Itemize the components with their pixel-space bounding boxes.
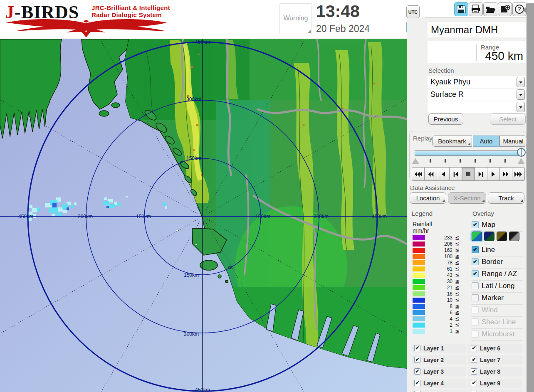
overlay-item-lati-long[interactable]: Lati / Long bbox=[471, 281, 523, 293]
checkbox[interactable]: ✔ bbox=[414, 357, 420, 363]
legend-color-swatch bbox=[413, 254, 425, 259]
legend-value: 21 bbox=[447, 285, 452, 291]
legend-color-swatch bbox=[413, 266, 425, 271]
save-icon bbox=[456, 4, 466, 14]
replay-end-marker[interactable] bbox=[518, 158, 524, 164]
lte-symbol: ≦ bbox=[455, 254, 459, 259]
play-button[interactable] bbox=[487, 167, 500, 181]
lte-symbol: ≦ bbox=[455, 235, 459, 241]
map-style-swatch-3[interactable] bbox=[497, 232, 507, 241]
printer-icon bbox=[471, 4, 481, 14]
map-style-swatch-2[interactable] bbox=[484, 232, 494, 241]
jbirds-logo: J-BIRDS JRC-Brilliant & Intelligent Rada… bbox=[3, 1, 178, 37]
lte-symbol: ≦ bbox=[455, 241, 459, 247]
layer-toggle-layer-1[interactable]: ✔Layer 1 bbox=[412, 344, 466, 353]
lte-symbol: ≦ bbox=[455, 291, 459, 297]
legend-row: 61≦ bbox=[413, 266, 459, 272]
checkbox[interactable]: ✔ bbox=[472, 258, 479, 265]
track-button[interactable]: Track bbox=[488, 192, 524, 204]
add-image-button[interactable] bbox=[498, 2, 512, 16]
overlay-item-line[interactable]: ✔Line bbox=[471, 244, 523, 256]
lte-symbol: ≦ bbox=[455, 247, 459, 253]
replay-slider-track[interactable] bbox=[415, 150, 522, 156]
collapsed-side-strip[interactable] bbox=[527, 3, 534, 392]
checkbox[interactable]: ✔ bbox=[471, 368, 477, 375]
lte-symbol: ≦ bbox=[455, 272, 459, 278]
chevron-down-icon[interactable] bbox=[517, 89, 525, 100]
layer-toggle-layer-4[interactable]: ✔Layer 4 bbox=[412, 379, 466, 388]
layer-toggle-layer-8[interactable]: ✔Layer 8 bbox=[468, 367, 522, 376]
checkbox[interactable]: ✔ bbox=[472, 270, 479, 277]
select-button[interactable]: Select bbox=[490, 113, 526, 125]
layer-toggle-layer-9[interactable]: ✔Layer 9 bbox=[468, 379, 522, 388]
legend-row: 78≦ bbox=[413, 260, 459, 266]
previous-button[interactable]: Previous bbox=[428, 113, 463, 125]
layer-label: Layer 4 bbox=[423, 380, 444, 387]
map-style-swatch-4[interactable] bbox=[509, 232, 519, 241]
radar-map[interactable]: 450km 300km 150km 150km 300km 450km 450k… bbox=[0, 39, 407, 392]
map-style-swatch-1[interactable] bbox=[472, 232, 482, 241]
layer-toggle-layer-2[interactable]: ✔Layer 2 bbox=[412, 355, 466, 365]
legend-row: 10≦ bbox=[413, 297, 459, 303]
overlay-item-range-az[interactable]: ✔Range / AZ bbox=[471, 269, 523, 281]
step-forward-button[interactable] bbox=[475, 167, 487, 181]
layer-toggle-layer-7[interactable]: ✔Layer 7 bbox=[468, 355, 522, 365]
replay-start-marker[interactable] bbox=[412, 158, 419, 164]
bookmark-button[interactable]: Bookmark bbox=[432, 136, 472, 147]
overlay-item-map[interactable]: ✔Map bbox=[471, 219, 523, 232]
play-backward-button[interactable] bbox=[437, 167, 450, 181]
legend-color-swatch bbox=[413, 310, 425, 315]
lte-symbol: ≦ bbox=[455, 266, 459, 272]
overlay-item-wind: Wind bbox=[471, 305, 523, 317]
data-assistance-label: Data Assistance bbox=[410, 184, 455, 191]
rewind-button[interactable] bbox=[425, 167, 437, 181]
chevron-down-icon[interactable] bbox=[517, 102, 525, 112]
station-dropdown[interactable]: Kyauk Phyu bbox=[428, 76, 526, 88]
checkbox[interactable]: ✔ bbox=[414, 345, 420, 351]
checkbox[interactable]: ✔ bbox=[414, 368, 420, 375]
extra-dropdown[interactable] bbox=[428, 101, 526, 113]
chevron-down-icon[interactable] bbox=[517, 77, 525, 87]
checkbox[interactable] bbox=[472, 294, 479, 301]
checkbox[interactable]: ✔ bbox=[471, 345, 477, 351]
xsection-button[interactable]: X-Section bbox=[448, 192, 486, 204]
location-button[interactable]: Location bbox=[410, 192, 446, 204]
utc-button[interactable]: UTC bbox=[406, 5, 420, 18]
range-box: Range 450 km bbox=[428, 41, 526, 63]
overlay-item-border[interactable]: ✔Border bbox=[471, 256, 523, 269]
skip-backward-fast-button[interactable] bbox=[412, 167, 425, 181]
overlay-item-label: Marker bbox=[482, 294, 504, 302]
legend-value: 233 bbox=[444, 235, 452, 241]
checkbox[interactable]: ✔ bbox=[472, 221, 479, 228]
lte-symbol: ≦ bbox=[455, 303, 459, 309]
step-backward-button[interactable] bbox=[450, 167, 462, 181]
skip-forward-fast-button[interactable] bbox=[512, 167, 525, 181]
save-button[interactable] bbox=[454, 2, 468, 16]
manual-button[interactable]: Manual bbox=[499, 136, 527, 147]
layer-toggle-partial[interactable] bbox=[412, 390, 466, 392]
checkbox[interactable]: ✔ bbox=[472, 246, 479, 253]
overlay-item-microburst: Microburst bbox=[471, 329, 523, 341]
layer-toggle-layer-6[interactable]: ✔Layer 6 bbox=[468, 344, 522, 353]
legend-value: 6 bbox=[450, 310, 452, 316]
overlay-item-marker[interactable]: Marker bbox=[471, 293, 523, 305]
checkbox[interactable]: ✔ bbox=[471, 357, 477, 363]
product-dropdown[interactable]: Surface R bbox=[428, 89, 526, 101]
replay-slider-thumb[interactable] bbox=[517, 148, 526, 157]
panel-collapse-arrow-icon[interactable] bbox=[523, 7, 527, 13]
stop-button[interactable] bbox=[462, 167, 475, 181]
open-folder-button[interactable] bbox=[483, 2, 497, 16]
checkbox[interactable]: ✔ bbox=[471, 380, 477, 386]
layer-toggle-partial[interactable] bbox=[468, 390, 522, 392]
slider-tick bbox=[490, 159, 491, 163]
warning-indicator[interactable]: Warning bbox=[279, 3, 312, 34]
print-button[interactable] bbox=[469, 2, 483, 16]
checkbox[interactable] bbox=[472, 282, 479, 289]
fast-forward-button[interactable] bbox=[500, 167, 512, 181]
legend-label: Legend bbox=[412, 210, 433, 217]
checkbox[interactable]: ✔ bbox=[414, 380, 420, 386]
layer-toggle-layer-3[interactable]: ✔Layer 3 bbox=[412, 367, 466, 376]
auto-button[interactable]: Auto bbox=[473, 136, 499, 147]
legend-value: 8 bbox=[450, 303, 452, 309]
replay-label: Replay bbox=[413, 135, 433, 142]
